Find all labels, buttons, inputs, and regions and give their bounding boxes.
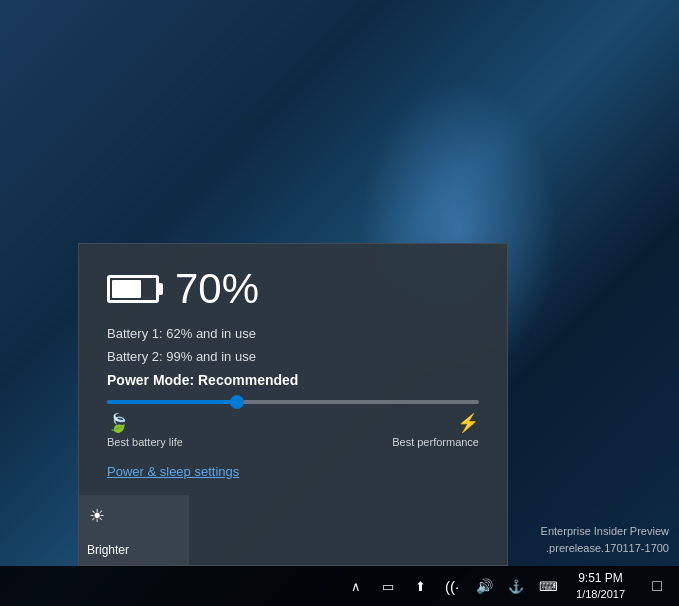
notification-icon: □ bbox=[652, 577, 662, 595]
battery2-detail: Battery 2: 99% and in use bbox=[107, 349, 479, 364]
battery-life-icon: 🍃 bbox=[107, 412, 129, 434]
keyboard-layout-icon: ⌨ bbox=[539, 579, 558, 594]
speaker-icon: 🔊 bbox=[476, 578, 493, 594]
wifi-icon[interactable]: ((· bbox=[438, 568, 466, 604]
chevron-up-icon: ∧ bbox=[351, 579, 361, 594]
show-hidden-icons-button[interactable]: ∧ bbox=[342, 568, 370, 604]
screen-action-icon[interactable]: ⬆ bbox=[406, 568, 434, 604]
clock-date: 1/18/2017 bbox=[576, 587, 625, 601]
clock[interactable]: 9:51 PM 1/18/2017 bbox=[568, 566, 633, 606]
display-icon: ⬆ bbox=[415, 579, 426, 594]
slider-thumb[interactable] bbox=[230, 395, 244, 409]
battery-icon bbox=[107, 275, 159, 303]
quick-actions-bar: ☀ Brighter bbox=[79, 495, 507, 565]
brighter-label: Brighter bbox=[87, 543, 129, 557]
battery-percentage: 70% bbox=[175, 268, 259, 310]
brighter-icon: ☀ bbox=[89, 505, 105, 527]
power-mode-slider[interactable] bbox=[107, 400, 479, 404]
battery-tray-icon[interactable]: ▭ bbox=[374, 568, 402, 604]
volume-button[interactable]: 🔊 bbox=[470, 568, 498, 604]
slider-label-battery-life: 🍃 Best battery life bbox=[107, 412, 183, 448]
enterprise-label: Enterprise Insider Preview .prerelease.1… bbox=[541, 523, 669, 556]
power-sleep-settings-link[interactable]: Power & sleep settings bbox=[107, 464, 479, 479]
battery-header: 70% bbox=[107, 268, 479, 310]
performance-icon: ⚡ bbox=[457, 412, 479, 434]
performance-text: Best performance bbox=[392, 436, 479, 448]
network-icon[interactable]: ⚓ bbox=[502, 568, 530, 604]
battery-small-icon: ▭ bbox=[382, 579, 394, 594]
slider-labels: 🍃 Best battery life ⚡ Best performance bbox=[107, 412, 479, 448]
power-mode-label: Power Mode: Recommended bbox=[107, 372, 479, 388]
battery-fill bbox=[112, 280, 141, 298]
wifi-signal-icon: ((· bbox=[445, 578, 459, 595]
battery1-detail: Battery 1: 62% and in use bbox=[107, 326, 479, 341]
battery-popup: 70% Battery 1: 62% and in use Battery 2:… bbox=[78, 243, 508, 566]
action-center-button[interactable]: □ bbox=[639, 568, 675, 604]
desktop: Enterprise Insider Preview .prerelease.1… bbox=[0, 0, 679, 606]
slider-label-performance: ⚡ Best performance bbox=[392, 412, 479, 448]
system-tray: ∧ ▭ ⬆ ((· 🔊 bbox=[342, 566, 562, 606]
taskbar-right: ∧ ▭ ⬆ ((· 🔊 bbox=[342, 566, 679, 606]
slider-fill bbox=[107, 400, 237, 404]
taskbar: ∧ ▭ ⬆ ((· 🔊 bbox=[0, 566, 679, 606]
slider-track bbox=[107, 400, 479, 404]
keyboard-icon[interactable]: ⌨ bbox=[534, 568, 562, 604]
battery-life-text: Best battery life bbox=[107, 436, 183, 448]
chain-link-icon: ⚓ bbox=[508, 579, 524, 594]
clock-time: 9:51 PM bbox=[578, 571, 623, 587]
brighter-tile[interactable]: ☀ Brighter bbox=[79, 495, 189, 565]
